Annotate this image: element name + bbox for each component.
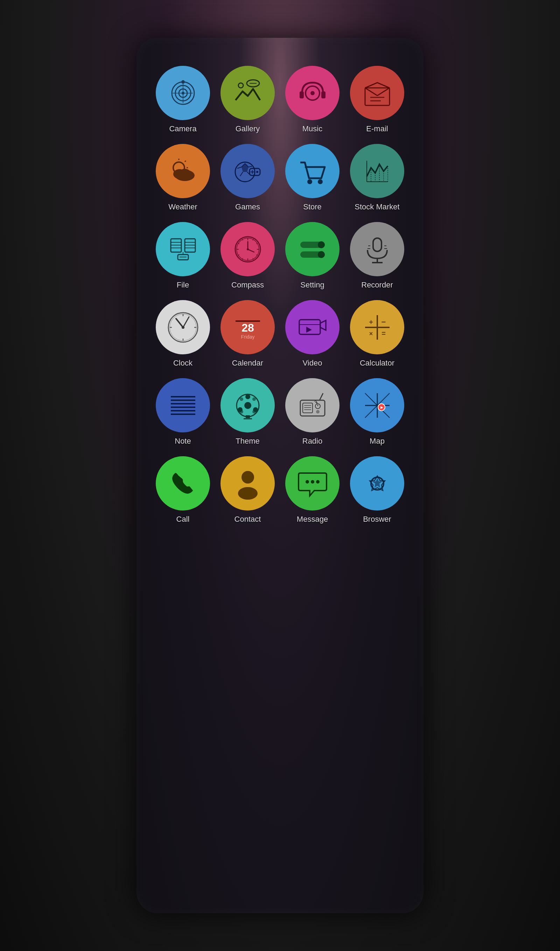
calendar-label: Calendar (232, 359, 263, 368)
app-games[interactable]: Games (219, 144, 277, 211)
svg-text:Friday: Friday (241, 334, 254, 340)
file-label: File (177, 281, 189, 290)
svg-text:×: × (369, 330, 373, 337)
app-compass[interactable]: Compass (219, 222, 277, 290)
compass-label: Compass (231, 281, 264, 290)
svg-line-31 (237, 167, 242, 168)
app-gallery[interactable]: Gallery (219, 66, 277, 133)
svg-point-144 (306, 480, 309, 484)
contact-label: Contact (234, 515, 261, 524)
games-label: Games (235, 202, 260, 211)
app-calculator[interactable]: + − × = Calculator (348, 300, 406, 368)
svg-line-94 (183, 317, 189, 327)
svg-marker-102 (306, 327, 312, 333)
svg-point-77 (318, 241, 325, 248)
app-file[interactable]: File (154, 222, 212, 290)
svg-text:=: = (382, 330, 386, 337)
svg-line-134 (320, 393, 323, 400)
svg-point-26 (179, 169, 191, 177)
svg-point-39 (307, 179, 312, 184)
svg-text:−: − (381, 318, 386, 326)
radio-label: Radio (302, 437, 322, 446)
svg-marker-101 (320, 321, 326, 330)
svg-point-12 (311, 91, 315, 95)
svg-rect-127 (303, 403, 312, 413)
calculator-label: Calculator (360, 359, 394, 368)
setting-label: Setting (300, 281, 325, 290)
email-label: E-mail (366, 124, 388, 133)
svg-marker-28 (242, 163, 249, 172)
svg-point-133 (316, 410, 320, 413)
camera-label: Camera (169, 124, 196, 133)
svg-point-79 (318, 251, 325, 258)
map-label: Map (369, 437, 385, 446)
app-message[interactable]: Message (283, 456, 341, 524)
app-recorder[interactable]: Recorder (348, 222, 406, 290)
gallery-label: Gallery (235, 124, 260, 133)
svg-point-36 (256, 171, 258, 173)
svg-point-142 (242, 471, 254, 484)
svg-text:+: + (369, 318, 373, 326)
svg-point-40 (318, 179, 323, 184)
app-clock[interactable]: Clock (154, 300, 212, 368)
svg-point-75 (247, 248, 249, 250)
svg-marker-149 (372, 478, 382, 488)
svg-rect-14 (321, 91, 326, 99)
app-theme[interactable]: Theme (219, 378, 277, 446)
svg-line-16 (365, 88, 377, 96)
app-setting[interactable]: Setting (283, 222, 341, 290)
svg-rect-99 (299, 320, 320, 334)
app-video[interactable]: Video (283, 300, 341, 368)
stock-label: Stock Market (355, 202, 399, 211)
recorder-label: Recorder (361, 281, 393, 290)
svg-point-122 (240, 410, 243, 413)
svg-point-145 (311, 480, 314, 484)
phone-container: Camera Gallery (137, 38, 423, 913)
app-browser[interactable]: Broswer (348, 456, 406, 524)
note-label: Note (175, 437, 191, 446)
browser-label: Broswer (363, 515, 391, 524)
svg-point-8 (238, 83, 243, 88)
svg-point-146 (316, 480, 320, 484)
call-label: Call (176, 515, 190, 524)
svg-point-143 (238, 487, 258, 499)
store-label: Store (303, 202, 322, 211)
app-music[interactable]: Music (283, 66, 341, 133)
svg-rect-124 (246, 415, 250, 418)
video-label: Video (303, 359, 322, 368)
svg-point-117 (245, 394, 250, 399)
clock-label: Clock (173, 359, 192, 368)
svg-rect-13 (300, 91, 304, 99)
svg-line-22 (185, 161, 186, 162)
app-store[interactable]: Store (283, 144, 341, 211)
svg-point-121 (252, 410, 256, 413)
app-weather[interactable]: Weather (154, 144, 212, 211)
app-camera[interactable]: Camera (154, 66, 212, 133)
music-label: Music (302, 124, 322, 133)
app-map[interactable]: Map (348, 378, 406, 446)
svg-point-116 (244, 402, 251, 409)
app-grid: Camera Gallery (151, 66, 409, 524)
app-email[interactable]: E-mail (348, 66, 406, 133)
app-calendar[interactable]: 28 Friday Calendar (219, 300, 277, 368)
svg-line-93 (176, 319, 183, 327)
weather-label: Weather (168, 202, 197, 211)
svg-point-123 (240, 398, 243, 401)
svg-point-120 (252, 398, 256, 401)
svg-line-17 (377, 88, 389, 96)
theme-label: Theme (235, 437, 259, 446)
svg-line-34 (240, 172, 243, 176)
svg-line-32 (249, 166, 252, 167)
app-radio[interactable]: Radio (283, 378, 341, 446)
app-contact[interactable]: Contact (219, 456, 277, 524)
svg-point-95 (182, 326, 185, 329)
svg-rect-80 (373, 238, 382, 251)
message-label: Message (297, 515, 328, 524)
svg-text:28: 28 (242, 321, 254, 334)
app-stock[interactable]: Stock Market (348, 144, 406, 211)
app-note[interactable]: Note (154, 378, 212, 446)
app-call[interactable]: Call (154, 456, 212, 524)
